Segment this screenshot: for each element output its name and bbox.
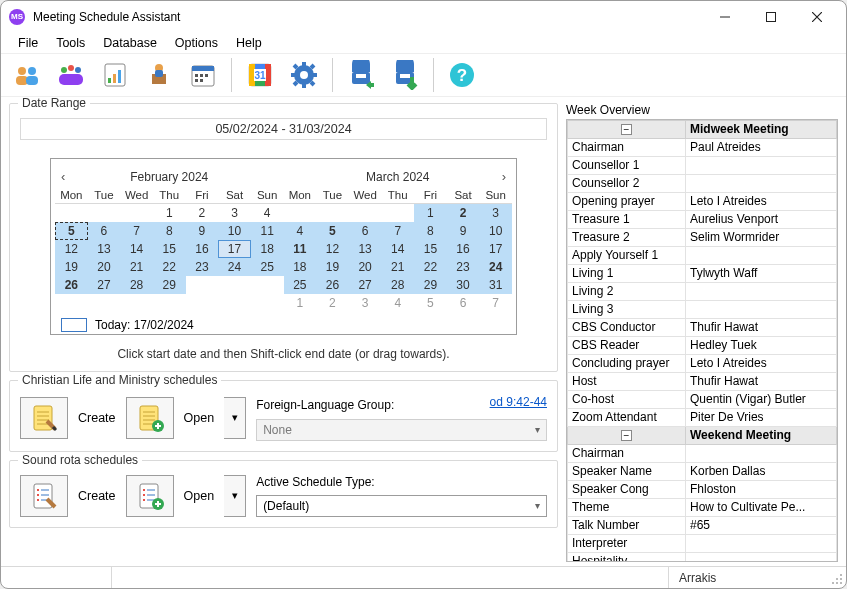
calendar-day[interactable]: 29: [153, 276, 186, 294]
toolbar-settings-icon[interactable]: [286, 57, 322, 93]
calendar-day[interactable]: 26: [316, 276, 349, 294]
overview-row[interactable]: Hospitality: [568, 553, 837, 563]
calendar-today-label[interactable]: Today: 17/02/2024: [95, 318, 194, 332]
calendar-day[interactable]: 8: [153, 222, 186, 240]
overview-row[interactable]: Living 3: [568, 301, 837, 319]
clm-open-dropdown[interactable]: ▾: [224, 397, 246, 439]
calendar-day[interactable]: 28: [381, 276, 414, 294]
menu-options[interactable]: Options: [166, 35, 227, 51]
toolbar-help-icon[interactable]: ?: [444, 57, 480, 93]
menu-database[interactable]: Database: [94, 35, 166, 51]
calendar-day[interactable]: 14: [120, 240, 153, 258]
calendar-day[interactable]: 25: [284, 276, 317, 294]
calendar-day[interactable]: 17: [218, 240, 251, 258]
menu-file[interactable]: File: [9, 35, 47, 51]
calendar-day[interactable]: 19: [316, 258, 349, 276]
calendar-day[interactable]: 11: [284, 240, 317, 258]
overview-row[interactable]: Concluding prayerLeto I Atreides: [568, 355, 837, 373]
maximize-button[interactable]: [748, 1, 794, 33]
toolbar-export-icon[interactable]: [387, 57, 423, 93]
calendar-day[interactable]: 11: [251, 222, 284, 240]
toolbar-speaker-icon[interactable]: [141, 57, 177, 93]
resize-grip-icon[interactable]: [828, 570, 844, 586]
overview-row[interactable]: Living 1Tylwyth Waff: [568, 265, 837, 283]
week-overview-grid[interactable]: −Midweek MeetingChairmanPaul AtreidesCou…: [566, 119, 838, 562]
calendar-day[interactable]: 22: [153, 258, 186, 276]
clm-create-button[interactable]: [20, 397, 68, 439]
calendar-day[interactable]: 9: [186, 222, 219, 240]
overview-row[interactable]: Speaker NameKorben Dallas: [568, 463, 837, 481]
overview-row[interactable]: Chairman: [568, 445, 837, 463]
calendar-day[interactable]: 22: [414, 258, 447, 276]
calendar-day[interactable]: 2: [186, 204, 219, 222]
overview-row[interactable]: Living 2: [568, 283, 837, 301]
calendar-day[interactable]: 20: [349, 258, 382, 276]
overview-row[interactable]: CBS ReaderHedley Tuek: [568, 337, 837, 355]
calendar-day[interactable]: 27: [88, 276, 121, 294]
calendar-day[interactable]: 1: [153, 204, 186, 222]
calendar-day[interactable]: 17: [479, 240, 512, 258]
calendar-day[interactable]: 10: [218, 222, 251, 240]
calendar-day[interactable]: 12: [55, 240, 88, 258]
calendar-day[interactable]: 1: [284, 294, 317, 312]
overview-row[interactable]: Co-hostQuentin (Vigar) Butler: [568, 391, 837, 409]
calendar-day[interactable]: 16: [186, 240, 219, 258]
calendar-day[interactable]: 15: [153, 240, 186, 258]
calendar-day[interactable]: 28: [120, 276, 153, 294]
calendar-day[interactable]: 5: [55, 222, 88, 240]
calendar-day[interactable]: 4: [381, 294, 414, 312]
calendar-day[interactable]: 18: [284, 258, 317, 276]
calendar-day[interactable]: 7: [381, 222, 414, 240]
overview-row[interactable]: Interpreter: [568, 535, 837, 553]
calendar-day[interactable]: 18: [251, 240, 284, 258]
srs-open-button[interactable]: [126, 475, 174, 517]
calendar-day[interactable]: 10: [479, 222, 512, 240]
calendar-day[interactable]: 21: [120, 258, 153, 276]
group-collapse-icon[interactable]: −: [568, 121, 686, 139]
calendar-day[interactable]: 29: [414, 276, 447, 294]
calendar-day[interactable]: 6: [447, 294, 480, 312]
toolbar-people-icon[interactable]: [9, 57, 45, 93]
srs-open-dropdown[interactable]: ▾: [224, 475, 246, 517]
overview-row[interactable]: ThemeHow to Cultivate Pe...: [568, 499, 837, 517]
calendar-day[interactable]: 27: [349, 276, 382, 294]
calendar-day[interactable]: 23: [447, 258, 480, 276]
calendar-day[interactable]: 7: [120, 222, 153, 240]
overview-row[interactable]: Zoom AttendantPiter De Vries: [568, 409, 837, 427]
calendar-day[interactable]: 13: [88, 240, 121, 258]
group-header[interactable]: Weekend Meeting: [686, 427, 837, 445]
calendar-day[interactable]: 6: [349, 222, 382, 240]
overview-row[interactable]: HostThufir Hawat: [568, 373, 837, 391]
overview-row[interactable]: Treasure 1Aurelius Venport: [568, 211, 837, 229]
calendar-day[interactable]: 5: [316, 222, 349, 240]
overview-row[interactable]: Talk Number#65: [568, 517, 837, 535]
calendar-day[interactable]: 12: [316, 240, 349, 258]
calendar-next-icon[interactable]: ›: [502, 169, 506, 184]
toolbar-group-icon[interactable]: [53, 57, 89, 93]
menu-help[interactable]: Help: [227, 35, 271, 51]
srs-create-button[interactable]: [20, 475, 68, 517]
overview-row[interactable]: Speaker CongFhloston: [568, 481, 837, 499]
toolbar-calendar-icon[interactable]: [185, 57, 221, 93]
toolbar-report-icon[interactable]: [97, 57, 133, 93]
menu-tools[interactable]: Tools: [47, 35, 94, 51]
overview-row[interactable]: ChairmanPaul Atreides: [568, 139, 837, 157]
calendar-day[interactable]: 9: [447, 222, 480, 240]
overview-row[interactable]: Treasure 2Selim Wormrider: [568, 229, 837, 247]
group-header[interactable]: Midweek Meeting: [686, 121, 837, 139]
overview-row[interactable]: CBS ConductorThufir Hawat: [568, 319, 837, 337]
overview-row[interactable]: Counsellor 1: [568, 157, 837, 175]
overview-row[interactable]: Counsellor 2: [568, 175, 837, 193]
calendar-day[interactable]: 31: [479, 276, 512, 294]
close-button[interactable]: [794, 1, 840, 33]
calendar-day[interactable]: 30: [447, 276, 480, 294]
calendar[interactable]: ‹February 2024 MonTueWedThuFriSatSun1234…: [50, 158, 517, 335]
calendar-day[interactable]: 7: [479, 294, 512, 312]
calendar-prev-icon[interactable]: ‹: [61, 169, 65, 184]
clm-group-combo[interactable]: None▾: [256, 419, 547, 441]
calendar-day[interactable]: 2: [447, 204, 480, 222]
calendar-day[interactable]: 3: [479, 204, 512, 222]
calendar-today-marker[interactable]: [61, 318, 87, 332]
calendar-day[interactable]: 4: [251, 204, 284, 222]
calendar-day[interactable]: 6: [88, 222, 121, 240]
